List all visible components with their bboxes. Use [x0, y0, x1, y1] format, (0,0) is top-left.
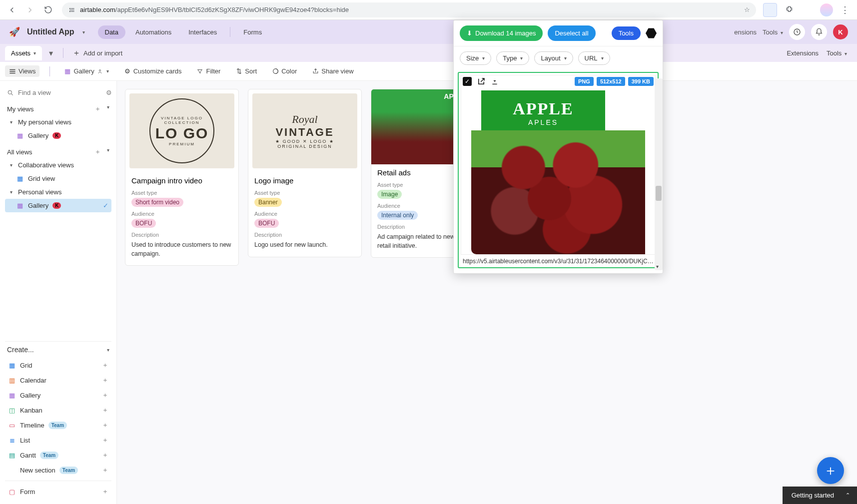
history-icon[interactable] [789, 24, 805, 40]
create-toggle[interactable]: Create...▾ [5, 341, 111, 358]
team-tag: Team [40, 452, 58, 459]
download-button[interactable]: ⬇Download 14 images [460, 25, 543, 41]
sidebar-item-gallery-active[interactable]: ▦ Gallery K ✓ [5, 199, 111, 212]
create-new-section[interactable]: New sectionTeam＋ [5, 463, 111, 478]
card-description: Used to introduce customers to new campa… [131, 241, 232, 258]
scroll-down-icon[interactable]: ▾ [656, 264, 659, 269]
plus-icon[interactable]: ＋ [102, 406, 108, 415]
add-record-fab[interactable]: ＋ [817, 457, 844, 484]
gallery-card[interactable]: Royal VINTAGE ★ GOOD ✕ LOGO ★ ORIGINAL D… [248, 89, 362, 257]
chrome-menu-icon[interactable]: ⋮ [838, 3, 852, 17]
profile-avatar[interactable] [820, 3, 833, 16]
star-icon[interactable]: ☆ [744, 6, 750, 13]
gallery-card[interactable]: VINTAGE LOGO COLLECTION LO GO PREMIUM Ca… [125, 89, 239, 266]
tools-dropdown[interactable]: Tools ▾ [827, 49, 847, 57]
filter-button[interactable]: Filter [192, 65, 224, 77]
table-tab-assets[interactable]: Assets ▾ [5, 46, 42, 60]
find-view-input[interactable] [18, 89, 102, 96]
create-gantt[interactable]: ▤GanttTeam＋ [5, 448, 111, 463]
personal-views-toggle[interactable]: ▾Personal views [5, 185, 111, 199]
hex-icon[interactable] [646, 28, 657, 39]
svg-point-3 [99, 69, 100, 71]
nav-forward-icon[interactable] [23, 3, 37, 17]
open-external-icon[interactable] [477, 77, 486, 86]
create-gallery[interactable]: ▦Gallery＋ [5, 388, 111, 403]
image-result-card[interactable]: ✓ PNG 512x512 399 KB APPLE APLES [458, 72, 659, 268]
tab-interfaces[interactable]: Interfaces [181, 25, 224, 39]
scrollbar[interactable]: ▴ ▾ [655, 78, 663, 270]
create-timeline[interactable]: ▭TimelineTeam＋ [5, 418, 111, 433]
header-tools-text[interactable]: Tools ▾ [763, 28, 783, 36]
filter-size[interactable]: Size▾ [460, 51, 491, 65]
user-avatar[interactable]: K [833, 24, 848, 39]
sort-button[interactable]: ⇅Sort [231, 65, 261, 77]
reload-icon[interactable] [41, 3, 55, 17]
plus-icon[interactable]: ＋ [102, 487, 108, 496]
sidebar-item-grid-view[interactable]: ▦ Grid view [5, 172, 111, 185]
tab-automations[interactable]: Automations [128, 25, 178, 39]
create-list[interactable]: ≣List＋ [5, 433, 111, 448]
add-import-button[interactable]: ＋Add or import [67, 48, 127, 58]
url-bar[interactable]: airtable.com/appEt6e6vNgES9HVB/tblCI52d6… [62, 2, 756, 17]
plus-icon[interactable]: ＋ [102, 451, 108, 460]
app-title[interactable]: Untitled App [27, 27, 74, 36]
color-button[interactable]: Color [268, 65, 301, 77]
image-url-field[interactable] [461, 255, 656, 265]
create-grid[interactable]: ▦Grid＋ [5, 358, 111, 373]
getting-started-bar[interactable]: Getting started ⌃ [783, 487, 857, 504]
nav-back-icon[interactable] [5, 3, 19, 17]
add-view-icon[interactable]: ＋ [94, 104, 101, 113]
deselect-all-button[interactable]: Deselect all [548, 25, 595, 41]
views-button[interactable]: Views [5, 65, 39, 77]
plus-icon[interactable]: ＋ [102, 376, 108, 385]
extensions-link[interactable]: Extensions [787, 49, 819, 57]
gallery-icon: ▦ [8, 392, 16, 399]
header-extensions-text[interactable]: ensions [734, 28, 757, 36]
field-label: Description [377, 224, 464, 230]
site-settings-icon[interactable] [68, 6, 76, 14]
tab-data[interactable]: Data [98, 25, 125, 39]
chrome-more-icon[interactable] [801, 3, 815, 17]
plus-icon[interactable]: ＋ [102, 421, 108, 430]
plus-icon[interactable]: ＋ [102, 436, 108, 445]
create-form[interactable]: ▢Form＋ [5, 484, 111, 499]
divider [5, 481, 111, 481]
scroll-thumb[interactable] [656, 186, 662, 201]
share-view-button[interactable]: Share view [308, 65, 357, 77]
plus-icon[interactable]: ＋ [102, 391, 108, 400]
plus-icon[interactable]: ＋ [102, 466, 108, 475]
chevron-up-icon[interactable]: ⌃ [846, 492, 850, 499]
gallery-view-button[interactable]: ▦Gallery ▾ [60, 65, 112, 77]
create-kanban[interactable]: ◫Kanban＋ [5, 403, 111, 418]
thumb-text: LO GO [155, 125, 209, 142]
filter-layout[interactable]: Layout▾ [534, 51, 573, 65]
image-downloader-panel: ⬇Download 14 images Deselect all Tools S… [453, 20, 663, 274]
gallery-icon: ▦ [16, 132, 24, 139]
download-icon[interactable] [491, 77, 499, 86]
extensions-icon[interactable] [782, 3, 796, 17]
app-title-caret-icon[interactable]: ▾ [82, 29, 85, 35]
filter-type[interactable]: Type▾ [496, 51, 529, 65]
thumb-text: ORIGINAL DESIGN [275, 144, 334, 149]
download-extension-icon[interactable] [763, 3, 777, 17]
filter-url[interactable]: URL▾ [578, 51, 610, 65]
gear-icon[interactable]: ⚙ [106, 89, 112, 96]
add-view-icon[interactable]: ＋ [94, 147, 101, 156]
table-tab-dropdown-icon[interactable]: ▾ [43, 48, 59, 58]
chevron-down-icon[interactable]: ▾ [107, 147, 109, 156]
create-calendar[interactable]: ▥Calendar＋ [5, 373, 111, 388]
collaborative-views-toggle[interactable]: ▾Collaborative views [5, 158, 111, 172]
tab-forms[interactable]: Forms [236, 25, 269, 39]
card-thumbnail: Royal VINTAGE ★ GOOD ✕ LOGO ★ ORIGINAL D… [252, 93, 357, 168]
all-views-header[interactable]: All views ＋▾ [5, 142, 111, 158]
chevron-down-icon[interactable]: ▾ [107, 104, 109, 113]
my-personal-views-toggle[interactable]: ▾My personal views [5, 115, 111, 129]
notifications-icon[interactable] [811, 24, 827, 40]
sidebar-item-gallery-personal[interactable]: ▦ Gallery K [5, 129, 111, 142]
plus-icon[interactable]: ＋ [102, 361, 108, 370]
checkbox-icon[interactable]: ✓ [463, 77, 472, 86]
app-header: 🚀 Untitled App ▾ Data Automations Interf… [0, 20, 857, 44]
tools-button[interactable]: Tools [612, 26, 641, 40]
customize-cards-button[interactable]: ⚙Customize cards [120, 65, 186, 77]
my-views-header[interactable]: My views ＋▾ [5, 99, 111, 115]
